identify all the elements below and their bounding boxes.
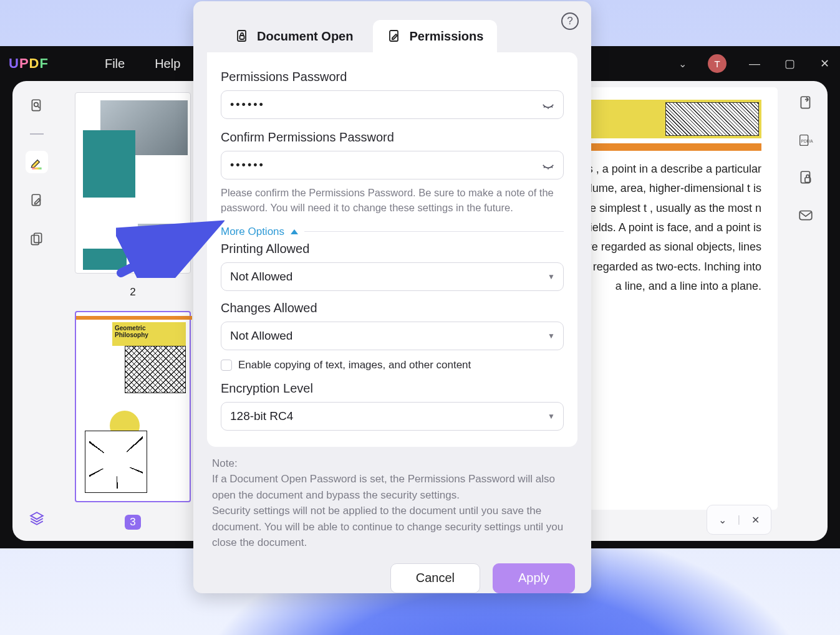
lock-page-icon (234, 29, 249, 44)
changes-allowed-select[interactable]: Not Allowed ▼ (221, 322, 564, 350)
menu-file[interactable]: File (105, 57, 125, 71)
pdfa-icon[interactable]: PDF/A (798, 132, 814, 151)
tab-document-open-label: Document Open (257, 29, 353, 44)
thumbnail-panel: 2 Geometric Philosophy 3 (61, 81, 205, 541)
dialog-actions: Cancel Apply (193, 551, 591, 608)
window-close-icon[interactable]: ✕ (818, 57, 831, 70)
caret-down-icon: ▼ (548, 412, 555, 421)
highlighter-icon[interactable] (26, 151, 48, 173)
search-page-icon[interactable] (26, 95, 48, 117)
caret-down-icon: ▼ (548, 332, 555, 340)
security-dialog: ? Document Open Permissions Permissions … (193, 1, 591, 593)
note-body: If a Document Open Password is set, the … (212, 471, 572, 551)
dialog-note: Note: If a Document Open Password is set… (193, 447, 591, 551)
permissions-password-label: Permissions Password (221, 70, 564, 84)
eye-icon[interactable] (541, 97, 555, 113)
cancel-button[interactable]: Cancel (390, 563, 480, 593)
enable-copying-checkbox[interactable]: Enable copying of text, images, and othe… (221, 359, 564, 371)
svg-rect-6 (801, 97, 809, 108)
svg-rect-4 (31, 235, 39, 244)
permissions-password-input[interactable] (221, 90, 564, 119)
apply-button[interactable]: Apply (493, 563, 575, 593)
thumbnail-page-3[interactable]: Geometric Philosophy (75, 311, 191, 502)
layers-icon[interactable] (26, 507, 48, 530)
close-panel-icon[interactable]: ✕ (751, 514, 760, 526)
encryption-level-value: 128-bit RC4 (230, 409, 293, 423)
window-minimize-icon[interactable]: — (748, 57, 761, 70)
view-bottom-bar: ⌄ | ✕ (707, 505, 771, 535)
svg-rect-0 (32, 100, 40, 110)
printing-allowed-value: Not Allowed (230, 270, 292, 284)
help-icon[interactable]: ? (561, 12, 579, 30)
confirm-password-input[interactable] (221, 151, 564, 179)
svg-rect-11 (799, 211, 812, 220)
pages-icon[interactable] (26, 228, 48, 251)
export-page-icon[interactable] (798, 95, 814, 113)
app-logo: UPDF (9, 55, 49, 72)
tab-permissions-label: Permissions (409, 29, 483, 44)
window-maximize-icon[interactable]: ▢ (783, 57, 796, 70)
eye-icon[interactable] (541, 157, 555, 173)
permissions-card: Permissions Password Confirm Permissions… (207, 52, 577, 447)
encryption-level-label: Encryption Level (221, 381, 564, 396)
chevron-down-icon[interactable]: ⌄ (678, 58, 687, 70)
tab-document-open[interactable]: Document Open (221, 20, 367, 52)
thumbnail-number-3: 3 (125, 515, 141, 530)
triangle-up-icon (291, 229, 298, 234)
printing-allowed-select[interactable]: Not Allowed ▼ (221, 262, 564, 291)
svg-rect-13 (240, 36, 244, 39)
svg-text:PDF/A: PDF/A (801, 139, 814, 143)
protect-page-icon[interactable] (798, 169, 814, 188)
pen-page-icon (387, 29, 402, 44)
svg-rect-5 (34, 233, 42, 242)
more-options-label: More Options (221, 226, 284, 238)
thumbnail-number-2: 2 (130, 286, 135, 298)
mail-icon[interactable] (798, 207, 814, 226)
collapse-icon[interactable]: ⌄ (718, 514, 727, 526)
encryption-level-select[interactable]: 128-bit RC4 ▼ (221, 402, 564, 431)
checkbox-box (221, 360, 232, 371)
menu-bar: File Help (105, 57, 180, 71)
thumb-title: Geometric Philosophy (112, 322, 186, 346)
right-tool-rail: PDF/A (784, 81, 828, 541)
confirm-password-hint: Please confirm the Permissions Password.… (221, 186, 564, 216)
menu-help[interactable]: Help (155, 57, 180, 71)
more-options-toggle[interactable]: More Options (221, 226, 564, 238)
svg-point-1 (34, 103, 39, 107)
changes-allowed-value: Not Allowed (230, 329, 292, 343)
svg-rect-2 (32, 167, 41, 169)
note-title: Note: (212, 456, 572, 472)
changes-allowed-label: Changes Allowed (221, 301, 564, 315)
dialog-tabs: Document Open Permissions (193, 1, 591, 52)
printing-allowed-label: Printing Allowed (221, 242, 564, 256)
tab-permissions[interactable]: Permissions (373, 20, 497, 52)
enable-copying-label: Enable copying of text, images, and othe… (238, 359, 471, 371)
confirm-password-label: Confirm Permissions Password (221, 130, 564, 145)
avatar[interactable]: T (708, 54, 727, 73)
thumbnail-page-2[interactable] (75, 92, 191, 274)
caret-down-icon: ▼ (548, 272, 555, 281)
left-tool-rail (12, 81, 61, 541)
edit-page-icon[interactable] (26, 189, 48, 212)
separator (30, 133, 44, 135)
